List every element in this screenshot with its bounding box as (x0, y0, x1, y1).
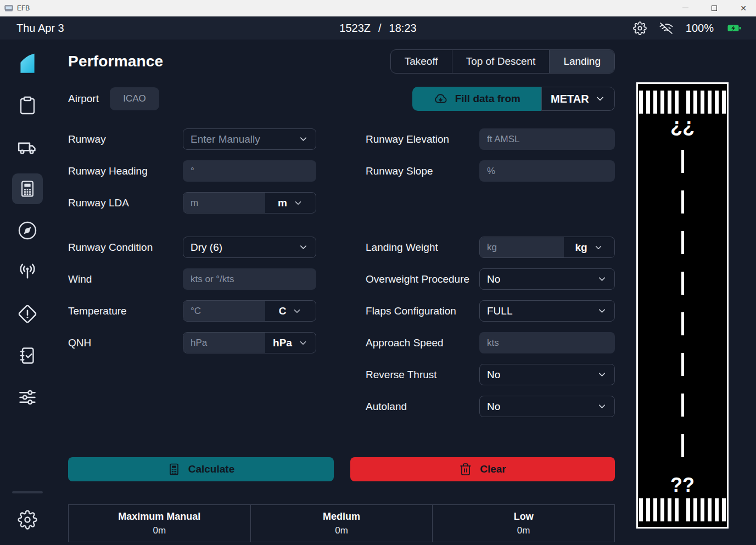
qnh-label: QNH (68, 337, 183, 349)
status-clock: 1523Z / 18:23 (339, 22, 416, 35)
tab-takeoff[interactable]: Takeoff (391, 50, 452, 73)
notebook-check-icon (18, 346, 37, 366)
runway-elevation-label: Runway Elevation (366, 133, 479, 145)
tail-fin-logo (16, 52, 39, 75)
clear-button[interactable]: Clear (350, 457, 615, 481)
sidebar-item-settings[interactable] (12, 504, 43, 535)
compass-icon (18, 221, 37, 240)
runway-slope-input[interactable] (479, 160, 615, 182)
flaps-configuration-label: Flaps Configuration (366, 305, 479, 317)
runway-heading-label: Runway Heading (68, 165, 183, 177)
runway-lda-unit-select[interactable]: m (265, 193, 316, 213)
approach-speed-label: Approach Speed (366, 337, 479, 349)
runway-centerline (681, 150, 684, 471)
airport-label: Airport (68, 93, 99, 105)
runway-threshold-stripes-bottom (639, 498, 726, 521)
antenna-icon (17, 262, 38, 283)
app-icon (4, 4, 13, 13)
autoland-select[interactable]: No (479, 396, 615, 417)
sliders-icon (17, 387, 38, 408)
temperature-input[interactable] (183, 301, 265, 321)
sidebar-item-logo[interactable] (12, 48, 43, 79)
tab-group: Takeoff Top of Descent Landing (390, 49, 615, 74)
wifi-off-icon (659, 21, 674, 35)
chevron-down-icon (597, 274, 607, 284)
sidebar-item-navigation[interactable] (12, 215, 43, 246)
chevron-down-icon (593, 243, 603, 252)
gear-icon[interactable] (633, 21, 647, 35)
warning-diamond-icon (17, 304, 38, 324)
maximize-button[interactable] (702, 0, 727, 16)
overweight-procedure-label: Overweight Procedure (366, 273, 479, 285)
minimize-icon (682, 8, 688, 8)
chevron-down-icon (597, 369, 607, 380)
icao-input[interactable] (110, 87, 159, 110)
close-icon: ✕ (740, 4, 747, 12)
results-table: Maximum Manual 0m Medium 0m Low 0m (68, 504, 615, 542)
chevron-down-icon (293, 198, 303, 208)
runway-elevation-input[interactable] (479, 128, 615, 150)
sidebar-divider (12, 491, 43, 493)
runway-designator-near: ?? (670, 474, 695, 496)
sidebar (0, 40, 55, 545)
result-low: Low 0m (432, 505, 614, 542)
wind-label: Wind (68, 273, 183, 285)
sidebar-item-checklists[interactable] (12, 340, 43, 371)
sidebar-item-atc[interactable] (12, 257, 43, 288)
landing-weight-input[interactable] (480, 237, 564, 257)
fill-source-select[interactable]: METAR (541, 87, 615, 111)
runway-condition-select[interactable]: Dry (6) (183, 237, 316, 258)
chevron-down-icon (298, 242, 309, 252)
landing-weight-unit-select[interactable]: kg (564, 237, 614, 257)
battery-percent: 100% (686, 22, 714, 35)
sidebar-item-performance[interactable] (12, 173, 43, 204)
close-button[interactable]: ✕ (731, 0, 756, 16)
sidebar-item-dashboard[interactable] (12, 90, 43, 121)
sidebar-item-failures[interactable] (12, 299, 43, 329)
utc-time: 1523Z (339, 22, 371, 35)
calculate-button[interactable]: Calculate (68, 457, 334, 481)
landing-weight-label: Landing Weight (366, 241, 479, 254)
qnh-input[interactable] (183, 333, 265, 353)
runway-slope-label: Runway Slope (366, 165, 479, 177)
window-titlebar: EFB ✕ (0, 0, 756, 16)
chevron-down-icon (298, 134, 309, 144)
chevron-down-icon (597, 306, 607, 316)
runway-designator-far: ?? (670, 117, 695, 139)
tab-landing[interactable]: Landing (549, 50, 614, 73)
result-maximum-manual: Maximum Manual 0m (69, 505, 250, 542)
sidebar-item-presets[interactable] (12, 382, 43, 413)
battery-charging-icon (726, 21, 743, 35)
chevron-down-icon (595, 93, 606, 104)
result-medium: Medium 0m (250, 505, 433, 542)
approach-speed-input[interactable] (479, 332, 615, 353)
cloud-download-icon (433, 92, 448, 106)
status-date: Thu Apr 3 (16, 22, 64, 35)
chevron-down-icon (597, 401, 607, 412)
runway-threshold-stripes-top (639, 91, 726, 114)
runway-heading-input[interactable] (183, 160, 316, 182)
page-title: Performance (68, 53, 163, 70)
temperature-label: Temperature (68, 305, 183, 317)
autoland-label: Autoland (366, 401, 479, 413)
tab-top-of-descent[interactable]: Top of Descent (452, 50, 550, 73)
minimize-button[interactable] (673, 0, 698, 16)
runway-select[interactable]: Enter Manually (183, 128, 316, 150)
sidebar-item-ground[interactable] (12, 132, 43, 162)
window-title: EFB (17, 4, 30, 12)
qnh-unit-select[interactable]: hPa (265, 333, 316, 353)
chevron-down-icon (298, 338, 308, 348)
temperature-unit-select[interactable]: C (265, 301, 316, 321)
local-time: 18:23 (389, 22, 417, 35)
flaps-configuration-select[interactable]: FULL (479, 300, 615, 322)
runway-lda-input[interactable] (183, 193, 265, 213)
wind-input[interactable] (183, 268, 316, 290)
time-separator: / (378, 22, 382, 35)
fill-data-button[interactable]: Fill data from (412, 87, 541, 111)
reverse-thrust-select[interactable]: No (479, 364, 615, 385)
runway-label: Runway (68, 133, 183, 145)
reverse-thrust-label: Reverse Thrust (366, 369, 479, 381)
calculator-icon (167, 463, 181, 476)
gear-icon (18, 510, 37, 530)
overweight-procedure-select[interactable]: No (479, 268, 615, 290)
